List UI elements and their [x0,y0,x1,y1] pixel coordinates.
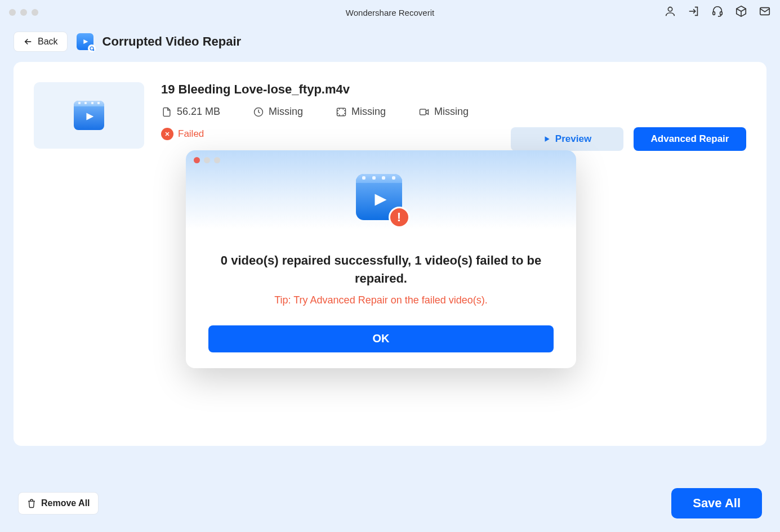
video-metadata: 56.21 MB Missing Missing Missing [161,106,746,118]
error-icon [161,128,173,140]
svg-rect-1 [713,12,715,15]
back-button[interactable]: Back [14,32,68,52]
dialog-window-controls [194,157,576,163]
camera-icon [418,106,430,118]
dialog-icon: ! [356,174,407,225]
repair-result-dialog: ! 0 video(s) repaired successfully, 1 vi… [186,150,576,368]
svg-rect-9 [337,108,346,115]
remove-all-button[interactable]: Remove All [18,492,99,515]
preview-label: Preview [555,133,591,145]
play-icon [543,135,551,143]
app-title: Wondershare Recoverit [346,8,434,17]
trash-icon [26,498,37,508]
svg-rect-10 [420,109,426,115]
duration-value: Missing [269,106,303,118]
advanced-repair-button[interactable]: Advanced Repair [634,127,746,151]
advanced-repair-label: Advanced Repair [651,133,729,145]
status-badge: Failed [161,128,204,140]
duration: Missing [253,106,303,118]
video-thumbnail [34,82,144,149]
codec: Missing [418,106,469,118]
file-size: 56.21 MB [161,106,220,118]
status-text: Failed [178,128,204,140]
svg-marker-4 [83,39,88,44]
video-file-icon [74,101,104,130]
codec-value: Missing [434,106,469,118]
titlebar-actions [664,5,771,20]
save-all-button[interactable]: Save All [671,488,762,518]
dialog-body: 0 video(s) repaired successfully, 1 vide… [186,229,576,368]
video-actions: Preview Advanced Repair [511,127,746,151]
document-icon [161,106,172,118]
ok-label: OK [373,332,390,345]
dialog-header: ! [186,150,576,229]
minimize-window-icon[interactable] [20,9,27,16]
cube-icon[interactable] [735,5,747,20]
dialog-tip: Tip: Try Advanced Repair on the failed v… [208,294,554,306]
resolution-icon [336,106,347,118]
alert-icon: ! [389,207,410,228]
window-controls [9,9,38,16]
footer: Remove All Save All [14,488,766,518]
remove-all-label: Remove All [41,498,90,508]
video-repair-app-icon [77,33,93,50]
arrow-left-icon [23,37,33,47]
svg-point-0 [668,7,672,11]
dialog-close-icon[interactable] [194,157,200,163]
svg-rect-2 [720,12,723,15]
subheader: Back Corrupted Video Repair [0,25,780,62]
video-filename: 19 Bleeding Love-lose_ftyp.m4v [161,82,746,97]
headset-support-icon[interactable] [711,5,724,20]
login-icon[interactable] [688,5,700,20]
file-size-value: 56.21 MB [177,106,220,118]
resolution-value: Missing [351,106,386,118]
page-title: Corrupted Video Repair [102,34,242,49]
resolution: Missing [336,106,386,118]
svg-marker-11 [545,136,549,141]
close-window-icon[interactable] [9,9,16,16]
save-all-label: Save All [693,496,741,510]
svg-marker-12 [375,194,386,205]
titlebar: Wondershare Recoverit [0,0,780,25]
ok-button[interactable]: OK [208,325,554,352]
svg-point-6 [93,50,94,51]
back-label: Back [38,37,58,47]
mail-icon[interactable] [759,5,771,20]
maximize-window-icon[interactable] [32,9,38,16]
svg-marker-7 [86,113,93,120]
preview-button[interactable]: Preview [511,127,623,151]
clock-icon [253,106,264,118]
account-icon[interactable] [664,5,676,20]
dialog-minimize-icon [204,157,210,163]
dialog-message: 0 video(s) repaired successfully, 1 vide… [208,252,554,288]
dialog-maximize-icon [214,157,220,163]
